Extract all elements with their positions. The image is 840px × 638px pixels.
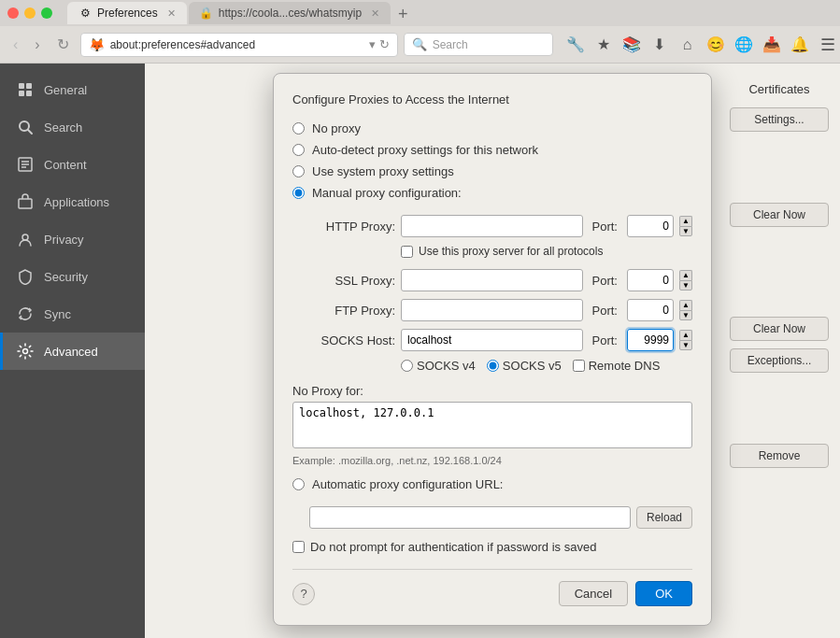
help-button[interactable]: ? [292, 583, 315, 605]
emoji-icon[interactable]: 😊 [703, 32, 729, 58]
sidebar-item-sync[interactable]: Sync [0, 295, 145, 333]
socks-port-up[interactable]: ▲ [679, 330, 692, 340]
security-label: Security [44, 270, 88, 284]
applications-icon [16, 192, 35, 211]
sidebar-item-security[interactable]: Security [0, 258, 145, 295]
auto-proxy-url-input[interactable] [309, 506, 631, 529]
ssl-port-up[interactable]: ▲ [679, 270, 692, 280]
manual-proxy-option[interactable]: Manual proxy configuration: [292, 186, 692, 200]
reload-button[interactable]: Reload [636, 506, 692, 529]
sidebar-item-search[interactable]: Search [0, 108, 145, 146]
tab-preferences[interactable]: ⚙ Preferences ✕ [67, 2, 187, 24]
auto-detect-label: Auto-detect proxy settings for this netw… [312, 143, 538, 157]
refresh-icon[interactable]: ↻ [379, 37, 390, 51]
socks-v4-option[interactable]: SOCKS v4 [401, 359, 476, 373]
http-port-input[interactable] [627, 215, 674, 237]
socks-v4-radio[interactable] [401, 360, 413, 372]
whatsmyip-icon: 🔒 [200, 7, 213, 20]
auto-proxy-row: Automatic proxy configuration URL: [292, 477, 692, 491]
socks-host-row: SOCKS Host: Port: ▲ ▼ [292, 329, 692, 351]
notification-icon[interactable]: 🔔 [787, 32, 813, 58]
advanced-label: Advanced [44, 345, 98, 359]
socks-host-input[interactable] [401, 329, 583, 351]
ftp-port-spinner[interactable]: ▲ ▼ [679, 300, 692, 320]
no-auth-prompt-checkbox[interactable] [292, 541, 305, 553]
tab-bar: ⚙ Preferences ✕ 🔒 https://coola...ces/wh… [67, 2, 833, 24]
no-proxy-textarea[interactable]: localhost, 127.0.0.1 [292, 402, 692, 448]
socks-v5-option[interactable]: SOCKS v5 [487, 359, 562, 373]
back-button[interactable]: ‹ [7, 33, 23, 57]
address-text: about:preferences#advanced [110, 38, 363, 51]
dropdown-icon[interactable]: ▾ [369, 37, 376, 51]
system-proxy-option[interactable]: Use system proxy settings [292, 164, 692, 178]
ftp-port-up[interactable]: ▲ [679, 300, 692, 310]
ssl-port-spinner[interactable]: ▲ ▼ [679, 270, 692, 291]
new-tab-button[interactable]: + [392, 5, 414, 24]
bookmark-icon[interactable]: ★ [591, 32, 617, 58]
security-icon [16, 267, 35, 286]
refresh-button[interactable]: ↻ [51, 32, 75, 57]
no-proxy-section: No Proxy for: localhost, 127.0.0.1 Examp… [292, 384, 692, 466]
minimize-button[interactable] [24, 7, 36, 19]
title-bar: ⚙ Preferences ✕ 🔒 https://coola...ces/wh… [0, 0, 840, 26]
ssl-port-down[interactable]: ▼ [679, 280, 692, 291]
http-port-down[interactable]: ▼ [679, 226, 692, 236]
ftp-port-input[interactable] [627, 299, 674, 321]
library-icon[interactable]: 📚 [619, 32, 645, 58]
forward-button[interactable]: › [29, 33, 45, 57]
applications-label: Applications [44, 195, 109, 209]
tab-whatsmyip-close[interactable]: ✕ [371, 7, 379, 20]
auto-detect-option[interactable]: Auto-detect proxy settings for this netw… [292, 143, 692, 157]
dialog-title: Configure Proxies to Access the Internet [292, 92, 692, 106]
maximize-button[interactable] [41, 7, 52, 19]
remote-dns-checkbox[interactable] [573, 360, 585, 372]
sidebar-item-content[interactable]: Content [0, 146, 145, 183]
socks-port-label: Port: [589, 333, 621, 347]
menu-button[interactable]: ☰ [815, 32, 840, 58]
pocket-icon[interactable]: 📥 [759, 32, 785, 58]
cancel-button[interactable]: Cancel [559, 581, 628, 606]
http-port-up[interactable]: ▲ [679, 216, 692, 226]
socks-host-label: SOCKS Host: [292, 333, 395, 347]
example-text: Example: .mozilla.org, .net.nz, 192.168.… [292, 455, 692, 466]
ftp-proxy-input[interactable] [401, 299, 583, 321]
use-all-protocols-checkbox[interactable] [401, 246, 413, 258]
no-proxy-radio[interactable] [292, 122, 305, 135]
auth-checkbox-row: Do not prompt for authentication if pass… [292, 540, 692, 554]
tab-preferences-close[interactable]: ✕ [167, 7, 176, 20]
http-port-spinner[interactable]: ▲ ▼ [679, 216, 692, 236]
ok-button[interactable]: OK [635, 581, 692, 606]
address-bar[interactable]: 🦊 about:preferences#advanced ▾ ↻ [80, 33, 398, 57]
sidebar-item-privacy[interactable]: Privacy [0, 220, 145, 258]
search-bar[interactable]: 🔍 Search [404, 33, 553, 56]
ssl-proxy-input[interactable] [401, 269, 583, 291]
sidebar-item-advanced[interactable]: Advanced [0, 333, 145, 370]
svg-point-12 [23, 349, 28, 354]
sidebar: General Search Content Applications [0, 64, 145, 638]
home-icon[interactable]: ⌂ [675, 32, 701, 58]
remote-dns-label: Remote DNS [589, 359, 661, 373]
no-proxy-option[interactable]: No proxy [292, 121, 692, 135]
socks-v5-radio[interactable] [487, 360, 499, 372]
toolbar-icons: 🔧 ★ 📚 ⬇ ⌂ 😊 🌐 📥 🔔 ☰ [562, 32, 840, 58]
sidebar-item-general[interactable]: General [0, 71, 145, 108]
tools-icon[interactable]: 🔧 [562, 32, 589, 58]
sidebar-item-applications[interactable]: Applications [0, 183, 145, 220]
socks-port-spinner[interactable]: ▲ ▼ [679, 330, 692, 350]
auto-proxy-radio[interactable] [292, 478, 305, 490]
http-proxy-input[interactable] [401, 215, 583, 237]
remote-dns-option[interactable]: Remote DNS [573, 359, 661, 373]
manual-proxy-radio[interactable] [292, 187, 305, 199]
ftp-port-down[interactable]: ▼ [679, 310, 692, 320]
system-proxy-radio[interactable] [292, 165, 305, 177]
globe-icon[interactable]: 🌐 [731, 32, 757, 58]
browser-icon: 🦊 [89, 37, 105, 52]
socks-port-down[interactable]: ▼ [679, 340, 692, 350]
download-icon[interactable]: ⬇ [647, 32, 673, 58]
close-button[interactable] [7, 7, 19, 19]
auto-detect-radio[interactable] [292, 144, 305, 156]
socks-port-input[interactable] [627, 329, 674, 351]
ssl-port-input[interactable] [627, 269, 674, 291]
no-proxy-label: No proxy [312, 121, 361, 135]
tab-whatsmyip[interactable]: 🔒 https://coola...ces/whatsmyip ✕ [189, 2, 391, 24]
